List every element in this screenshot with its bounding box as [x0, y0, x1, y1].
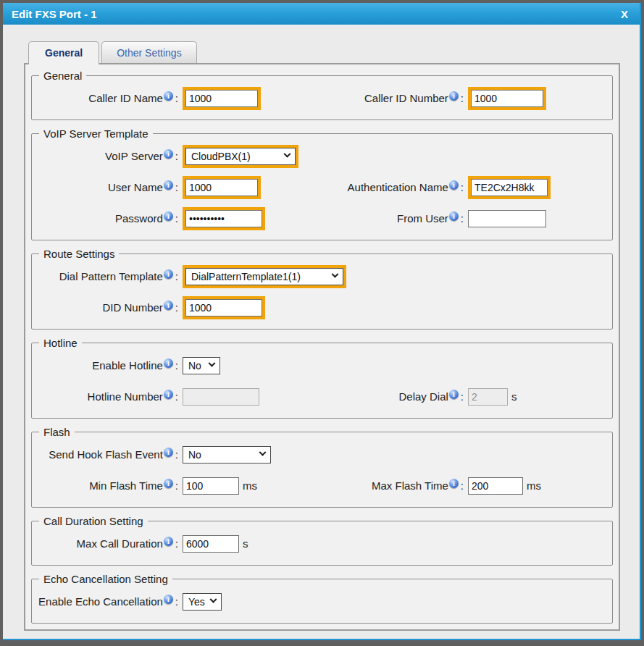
echo-cancellation-label-cell: Enable Echo Cancellation: [38, 595, 180, 608]
min-flash-label-cell: Min Flash Time: [38, 479, 180, 492]
chevron-down-icon: [210, 596, 217, 603]
from-user-label-cell: From User: [317, 211, 465, 225]
auth-name-input[interactable]: [471, 179, 548, 196]
colon: [174, 595, 180, 608]
did-number-input[interactable]: [185, 299, 262, 316]
max-flash-input-cell: ms: [465, 477, 606, 495]
row-enable-hotline: Enable Hotline No: [38, 350, 606, 381]
chevron-down-icon: [209, 360, 216, 367]
max-call-duration-input-cell: s: [180, 535, 606, 553]
cancel-button-label: Cancel: [346, 639, 401, 640]
info-icon[interactable]: [164, 479, 173, 488]
hook-flash-select[interactable]: No: [183, 446, 271, 463]
section-echo-cancellation: Echo Cancellation Setting Enable Echo Ca…: [31, 573, 613, 624]
unit-label: ms: [527, 479, 541, 492]
cancel-button[interactable]: ✖ Cancel: [323, 639, 401, 640]
info-icon[interactable]: [164, 180, 173, 190]
hook-flash-input-cell: No: [180, 446, 606, 463]
info-icon[interactable]: [164, 149, 173, 159]
password-field[interactable]: [185, 210, 262, 227]
info-icon[interactable]: [164, 301, 173, 310]
info-icon[interactable]: [164, 537, 173, 546]
close-icon[interactable]: X: [618, 8, 631, 20]
info-icon[interactable]: [449, 211, 459, 221]
section-flash: Flash Send Hook Flash Event No Min Flash…: [31, 426, 613, 508]
section-general-legend: General: [39, 70, 86, 82]
enable-hotline-input-cell: No: [180, 357, 606, 374]
dialog-titlebar: Edit FXS Port - 1 X: [3, 3, 640, 25]
settings-container: General Caller ID Name Caller ID Number: [24, 63, 620, 631]
row-flash-times: Min Flash Time ms Max Flash Time ms: [38, 470, 606, 501]
delay-dial-label-cell: Delay Dial: [317, 390, 465, 403]
colon: [174, 301, 180, 314]
row-password-fromuser: Password From User: [38, 203, 606, 234]
section-call-duration-legend: Call Duration Setting: [39, 515, 148, 527]
from-user-input[interactable]: [468, 210, 546, 227]
chevron-down-icon: [332, 271, 339, 278]
row-dial-pattern: Dial Pattern Template DialPatternTemplat…: [38, 261, 606, 292]
highlight: [183, 207, 265, 230]
auth-name-input-cell: [465, 176, 606, 199]
save-button[interactable]: ✔ Save: [241, 639, 310, 640]
colon: [459, 479, 465, 492]
echo-cancellation-select[interactable]: Yes: [183, 593, 222, 611]
dial-pattern-select[interactable]: DialPatternTemplate1(1): [185, 268, 343, 285]
max-call-duration-input[interactable]: [183, 535, 239, 553]
button-bar: ✔ Save ✖ Cancel: [3, 639, 640, 640]
from-user-input-cell: [465, 210, 606, 227]
tab-other-settings[interactable]: Other Settings: [101, 41, 197, 63]
max-flash-input[interactable]: [468, 477, 523, 495]
row-echo-cancellation: Enable Echo Cancellation Yes: [38, 586, 606, 617]
colon: [174, 479, 180, 492]
info-icon[interactable]: [164, 390, 173, 399]
save-button-label: Save: [264, 639, 309, 640]
highlight: [468, 176, 551, 199]
max-call-duration-label-cell: Max Call Duration: [38, 537, 180, 550]
colon: [174, 448, 180, 461]
colon: [174, 537, 180, 550]
min-flash-input[interactable]: [183, 477, 239, 495]
info-icon[interactable]: [449, 390, 459, 399]
colon: [174, 359, 180, 372]
max-call-duration-label: Max Call Duration: [77, 537, 163, 550]
section-voip-server-template: VoIP Server Template VoIP Server CloudPB…: [31, 127, 613, 240]
user-name-label-cell: User Name: [38, 180, 180, 194]
info-icon[interactable]: [164, 269, 173, 279]
chevron-down-icon: [284, 151, 291, 158]
info-icon[interactable]: [449, 180, 459, 190]
caller-id-number-label: Caller ID Number: [364, 92, 448, 104]
did-number-label-cell: DID Number: [38, 301, 180, 314]
did-number-label: DID Number: [102, 301, 162, 314]
section-hotline-legend: Hotline: [39, 337, 82, 349]
hook-flash-label: Send Hook Flash Event: [49, 448, 163, 461]
delay-dial-label: Delay Dial: [398, 390, 448, 403]
from-user-label: From User: [397, 212, 448, 225]
info-icon[interactable]: [164, 211, 173, 221]
colon: [174, 212, 180, 225]
caller-id-number-input[interactable]: [471, 90, 543, 107]
info-icon[interactable]: [449, 479, 459, 488]
voip-server-select[interactable]: CloudPBX(1): [185, 148, 296, 165]
caller-id-number-input-cell: [465, 87, 606, 110]
info-icon[interactable]: [164, 358, 173, 368]
info-icon[interactable]: [449, 91, 459, 101]
caller-id-name-label-cell: Caller ID Name: [38, 91, 180, 105]
info-icon[interactable]: [164, 595, 173, 604]
voip-server-label: VoIP Server: [105, 150, 163, 162]
colon: [459, 212, 465, 225]
highlight: [183, 176, 261, 199]
tab-general[interactable]: General: [28, 41, 99, 64]
caller-id-name-input[interactable]: [185, 90, 258, 107]
info-icon[interactable]: [164, 448, 173, 457]
colon: [174, 181, 180, 194]
enable-hotline-value: No: [188, 360, 201, 372]
highlight: CloudPBX(1): [183, 145, 298, 168]
caller-id-name-label: Caller ID Name: [88, 92, 163, 104]
enable-hotline-select[interactable]: No: [183, 357, 220, 374]
user-name-input[interactable]: [185, 179, 258, 196]
section-flash-legend: Flash: [39, 426, 75, 438]
hotline-number-input: [183, 388, 259, 406]
info-icon[interactable]: [164, 91, 173, 101]
colon: [174, 150, 180, 163]
highlight: [183, 87, 261, 110]
